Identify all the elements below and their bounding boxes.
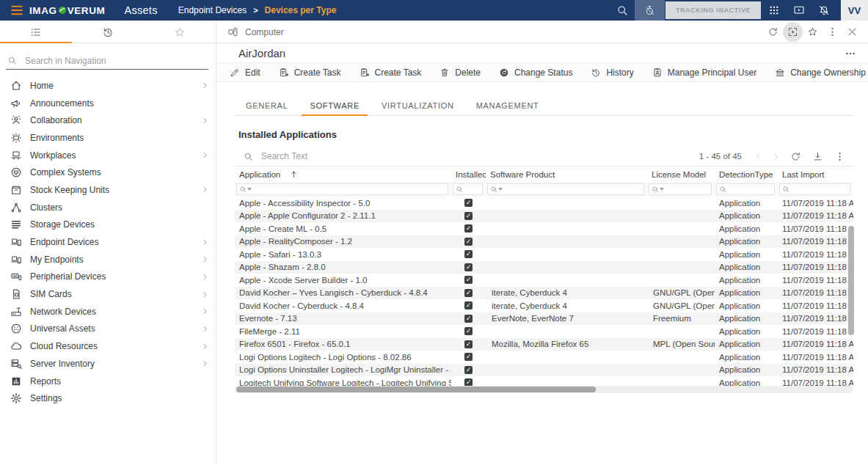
column-header-installed[interactable]: Installed...	[451, 170, 486, 179]
checkbox-checked-icon[interactable]: ✓	[464, 238, 473, 246]
filter-input[interactable]	[649, 183, 712, 195]
history-button[interactable]: History	[591, 67, 633, 78]
search-icon[interactable]	[610, 0, 635, 21]
chevron-right-icon[interactable]	[768, 149, 783, 164]
more-actions-button[interactable]	[845, 43, 856, 63]
column-header-software-product[interactable]: Software Product	[486, 170, 647, 179]
checkbox-checked-icon[interactable]: ✓	[464, 289, 473, 297]
create-task-button[interactable]: Create Task	[279, 67, 341, 78]
kebab-icon[interactable]	[830, 148, 849, 164]
table-row[interactable]: David Kocher – Yves Langisch - Cyberduck…	[235, 287, 853, 300]
sidebar-item-workplaces[interactable]: Workplaces	[0, 147, 216, 164]
tab-navigation-favorites[interactable]	[144, 21, 216, 43]
table-row[interactable]: David Kocher - Cyberduck - 4.8.4 ✓ itera…	[235, 299, 853, 312]
download-icon[interactable]	[808, 148, 827, 164]
column-header-license-model[interactable]: License Model	[647, 170, 715, 179]
table-row[interactable]: Evernote - 7.13 ✓ EverNote, EverNote 7 F…	[235, 312, 853, 326]
table-row[interactable]: Apple - Accessibility Inspector - 5.0 ✓ …	[235, 197, 853, 210]
table-row[interactable]: Firefox 6501 - Firefox - 65.0.1 ✓ Mozill…	[235, 338, 853, 351]
filter-input[interactable]	[779, 183, 850, 195]
search-input[interactable]	[23, 55, 208, 67]
table-search-input[interactable]	[260, 150, 480, 162]
timer-off-icon[interactable]	[635, 0, 665, 21]
vertical-scrollbar-thumb[interactable]	[848, 226, 854, 335]
sidebar-item-network-devices[interactable]: Network Devices	[0, 303, 216, 321]
sidebar-item-home[interactable]: Home	[0, 77, 216, 95]
sidebar-item-sim-cards[interactable]: SIM Cards	[0, 285, 216, 303]
table-row[interactable]: FileMerge - 2.11 ✓ Application 11/07/201…	[235, 325, 853, 338]
kebab-icon[interactable]	[823, 22, 842, 42]
tab-virtualization[interactable]: VIRTUALIZATION	[371, 95, 465, 115]
create-task-button[interactable]: Create Task	[360, 67, 422, 78]
checkbox-checked-icon[interactable]: ✓	[464, 327, 473, 335]
sidebar-item-my-endpoints[interactable]: My Endpoints	[0, 251, 216, 268]
table-row[interactable]: Logi Options Uninstaller Logitech - Logi…	[235, 364, 853, 377]
checkbox-checked-icon[interactable]: ✓	[464, 366, 473, 374]
change-status-button[interactable]: Change Status	[499, 67, 572, 78]
checkbox-checked-icon[interactable]: ✓	[464, 263, 473, 271]
checkbox-checked-icon[interactable]: ✓	[464, 301, 473, 310]
filter-input[interactable]	[716, 183, 775, 195]
sidebar-item-universal-assets[interactable]: Universal Assets	[0, 321, 216, 338]
bell-off-icon[interactable]	[812, 0, 836, 21]
sidebar-item-server-inventory[interactable]: Server Inventory	[0, 355, 216, 373]
sidebar-item-complex-systems[interactable]: Complex Systems	[0, 164, 216, 181]
tab-navigation-history[interactable]	[72, 21, 144, 43]
screen-share-icon[interactable]	[787, 0, 812, 21]
checkbox-checked-icon[interactable]: ✓	[464, 276, 473, 284]
horizontal-scrollbar-thumb[interactable]	[236, 387, 596, 392]
close-icon[interactable]	[842, 22, 862, 42]
filter-input[interactable]	[453, 183, 483, 195]
table-row[interactable]: Apple - Xcode Server Builder - 1.0 ✓ App…	[235, 274, 853, 287]
checkbox-checked-icon[interactable]: ✓	[464, 250, 473, 258]
tracking-status-badge[interactable]: TRACKING INACTIVE	[665, 1, 761, 19]
chevron-left-icon[interactable]	[751, 149, 765, 164]
delete-button[interactable]: Delete	[440, 67, 481, 78]
object-tab-computer[interactable]: Computer	[227, 21, 284, 43]
column-header-last-import[interactable]: Last Import	[778, 170, 853, 179]
refresh-icon[interactable]	[763, 22, 783, 42]
checkbox-checked-icon[interactable]: ✓	[464, 340, 473, 348]
tab-general[interactable]: GENERAL	[235, 95, 299, 115]
checkbox-checked-icon[interactable]: ✓	[464, 224, 473, 232]
sidebar-item-cloud-resources[interactable]: Cloud Resources	[0, 337, 216, 355]
checkbox-checked-icon[interactable]: ✓	[464, 199, 473, 207]
filter-input[interactable]	[487, 183, 644, 195]
sidebar-item-announcements[interactable]: Announcements	[0, 95, 216, 112]
change-ownership-button[interactable]: Change Ownership	[775, 67, 866, 78]
hamburger-icon[interactable]	[10, 4, 23, 17]
sidebar-item-endpoint-devices[interactable]: Endpoint Devices	[0, 233, 216, 251]
filter-input[interactable]	[236, 183, 448, 195]
sidebar-item-clusters[interactable]: Clusters	[0, 199, 216, 216]
sidebar-item-collaboration[interactable]: Collaboration	[0, 111, 216, 129]
table-row[interactable]: Apple - Shazam - 2.8.0 ✓ Application 11/…	[235, 261, 853, 274]
column-header-detectiontype[interactable]: DetectionType	[715, 170, 778, 179]
sidebar-item-peripherial-devices[interactable]: Peripherial Devices	[0, 268, 216, 286]
manage-principal-user-button[interactable]: Manage Principal User	[652, 67, 756, 78]
table-row[interactable]: Apple - Create ML - 0.5 ✓ Application 11…	[235, 222, 853, 235]
breadcrumb-current[interactable]: Devices per Type	[265, 5, 337, 15]
column-header-application[interactable]: Application	[235, 169, 451, 179]
tab-software[interactable]: SOFTWARE	[299, 95, 371, 115]
avatar[interactable]: VV	[841, 0, 868, 21]
edit-button[interactable]: Edit	[230, 67, 260, 78]
sidebar-item-reports[interactable]: Reports	[0, 373, 216, 390]
horizontal-scrollbar[interactable]	[235, 386, 853, 393]
star-icon[interactable]	[803, 22, 823, 42]
table-row[interactable]: Apple - Safari - 13.0.3 ✓ Application 11…	[235, 248, 853, 261]
table-row[interactable]: Apple - Apple Configurator 2 - 2.11.1 ✓ …	[235, 210, 853, 223]
center-focus-icon[interactable]	[783, 22, 803, 42]
table-row[interactable]: Logi Options Logitech - Logi Options - 8…	[235, 351, 853, 364]
sidebar-item-settings[interactable]: Settings	[0, 389, 216, 407]
sidebar-item-environments[interactable]: Environments	[0, 129, 216, 147]
checkbox-checked-icon[interactable]: ✓	[464, 315, 473, 323]
tab-management[interactable]: MANAGEMENT	[465, 95, 550, 115]
sidebar-item-storage-devices[interactable]: Storage Devices	[0, 216, 216, 234]
tab-navigation-list[interactable]	[0, 21, 72, 43]
checkbox-checked-icon[interactable]: ✓	[464, 353, 473, 361]
sidebar-item-stock-keeping-units[interactable]: Stock Keeping Units	[0, 181, 216, 199]
table-row[interactable]: Apple - RealityComposer - 1.2 ✓ Applicat…	[235, 235, 853, 249]
grid-apps-icon[interactable]	[762, 0, 787, 21]
breadcrumb-parent[interactable]: Endpoint Devices	[178, 5, 247, 15]
checkbox-checked-icon[interactable]: ✓	[464, 212, 473, 220]
